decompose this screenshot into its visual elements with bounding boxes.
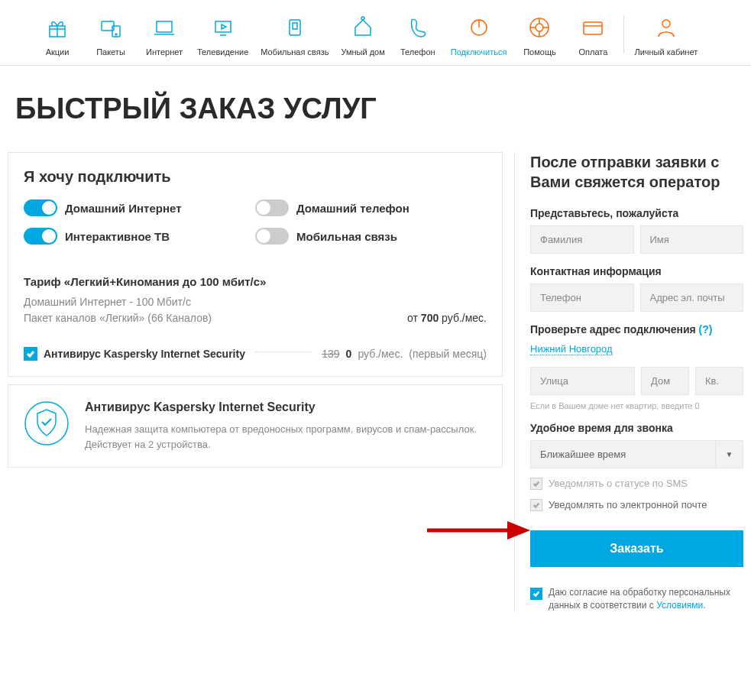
addr-hint: Если в Вашем доме нет квартир, введите 0	[530, 401, 743, 410]
phone-input[interactable]	[530, 284, 634, 312]
toggle-label: Мобильная связь	[296, 230, 397, 243]
nav-item-laptop[interactable]: Интернет	[138, 15, 191, 57]
toggle-label: Домашний Интернет	[65, 202, 182, 215]
addon-note: (первый месяц)	[409, 348, 487, 360]
nav-item-devices[interactable]: Пакеты	[84, 15, 138, 57]
apt-input[interactable]	[695, 367, 743, 395]
power-icon	[467, 15, 491, 40]
tarif-price: от 700 руб./мес.	[407, 312, 487, 324]
tv-icon	[211, 15, 235, 40]
city-link[interactable]: Нижний Новгород	[530, 343, 613, 355]
toggle-label: Интерактивное ТВ	[65, 230, 170, 243]
nav-item-card[interactable]: Оплата	[566, 15, 620, 57]
antivirus-card: Антивирус Kaspersky Internet Security На…	[8, 384, 503, 468]
connect-heading: Я хочу подключить	[24, 168, 487, 186]
addr-help-icon[interactable]: (?)	[699, 323, 713, 335]
addon-row: Антивирус Kaspersky Internet Security 13…	[24, 339, 487, 361]
consent-link[interactable]: Условиями	[656, 600, 703, 611]
nav-label: Акции	[46, 47, 70, 57]
time-label: Удобное время для звонка	[530, 422, 743, 434]
top-nav: АкцииПакетыИнтернетТелевидениеМобильная …	[0, 0, 751, 66]
consent-row: Даю согласие на обработку персональных д…	[530, 586, 743, 612]
toggle-item-0: Домашний Интернет	[24, 199, 255, 216]
contact-label: Контактная информация	[530, 265, 743, 277]
nav-label: Интернет	[146, 47, 183, 57]
svg-rect-8	[215, 21, 231, 32]
connect-card: Я хочу подключить Домашний ИнтернетДомаш…	[8, 152, 503, 377]
tarif-line: Домашний Интернет - 100 Мбит/с	[24, 296, 487, 308]
addon-name: Антивирус Kaspersky Internet Security	[44, 348, 245, 360]
av-title: Антивирус Kaspersky Internet Security	[85, 400, 487, 414]
user-icon	[654, 15, 678, 40]
devices-icon	[99, 15, 123, 40]
toggle-item-2: Интерактивное ТВ	[24, 228, 255, 245]
addr-label: Проверьте адрес подключения (?)	[530, 323, 743, 335]
svg-rect-22	[584, 22, 602, 34]
notify-email-row[interactable]: Уведомлять по электронной почте	[530, 499, 743, 511]
svg-point-13	[361, 17, 364, 20]
nav-item-power[interactable]: Подключиться	[445, 15, 513, 57]
nav-label: Мобильная связь	[261, 47, 329, 57]
nav-item-gift[interactable]: Акции	[31, 15, 84, 57]
chevron-down-icon: ▼	[715, 441, 743, 468]
order-button[interactable]: Заказать	[530, 530, 743, 567]
nav-item-tv[interactable]: Телевидение	[191, 15, 254, 57]
lifebuoy-icon	[527, 15, 552, 40]
addon-old-price: 139	[322, 348, 339, 360]
svg-point-17	[536, 24, 543, 31]
svg-point-24	[662, 20, 670, 28]
nav-label: Телефон	[400, 47, 435, 57]
nav-item-phone[interactable]: Телефон	[391, 15, 445, 57]
consent-checkbox[interactable]	[530, 588, 542, 600]
nav-label: Умный дом	[341, 47, 384, 57]
svg-rect-11	[290, 20, 300, 35]
form-heading: После отправки заявки с Вами свяжется оп…	[530, 152, 743, 192]
svg-rect-12	[293, 23, 297, 29]
nav-label: Пакеты	[96, 47, 125, 57]
surname-input[interactable]	[530, 225, 634, 254]
gift-icon	[45, 15, 70, 40]
svg-point-5	[115, 34, 117, 35]
toggle-label: Домашний телефон	[296, 202, 409, 215]
tarif-title: Тариф «Легкий+Киномания до 100 мбит/с»	[24, 275, 487, 288]
nav-item-user[interactable]: Личный кабинет	[628, 15, 704, 57]
home-icon	[351, 15, 375, 40]
card-icon	[581, 15, 605, 40]
addon-new-price: 0	[346, 348, 352, 360]
order-form: После отправки заявки с Вами свяжется оп…	[514, 152, 743, 612]
svg-marker-27	[507, 521, 530, 540]
phone-icon	[406, 15, 430, 40]
laptop-icon	[152, 15, 176, 40]
notify-email-checkbox[interactable]	[530, 499, 542, 511]
av-desc: Надежная защита компьютера от вредоносны…	[85, 422, 487, 452]
notify-sms-checkbox[interactable]	[530, 478, 542, 490]
toggle-switch[interactable]	[24, 228, 57, 245]
svg-rect-6	[157, 21, 172, 32]
name-label: Представьтесь, пожалуйста	[530, 207, 743, 219]
toggle-item-3: Мобильная связь	[255, 228, 487, 245]
house-input[interactable]	[641, 367, 689, 395]
nav-label: Оплата	[579, 47, 608, 57]
toggle-switch[interactable]	[255, 199, 289, 216]
nav-label: Личный кабинет	[634, 47, 698, 57]
svg-marker-9	[222, 24, 226, 29]
nav-item-home[interactable]: Умный дом	[335, 15, 390, 57]
firstname-input[interactable]	[640, 225, 744, 254]
nav-item-lifebuoy[interactable]: Помощь	[513, 15, 566, 57]
toggle-switch[interactable]	[24, 199, 57, 216]
street-input[interactable]	[530, 367, 635, 395]
nav-label: Подключиться	[451, 47, 507, 57]
toggle-switch[interactable]	[255, 228, 289, 245]
sim-icon	[283, 15, 307, 40]
nav-item-sim[interactable]: Мобильная связь	[254, 15, 335, 57]
nav-label: Помощь	[523, 47, 556, 57]
time-select[interactable]: Ближайшее время ▼	[530, 440, 743, 468]
addon-checkbox[interactable]	[24, 347, 37, 361]
notify-sms-row[interactable]: Уведомлять о статусе по SMS	[530, 478, 743, 490]
page-title: БЫСТРЫЙ ЗАКАЗ УСЛУГ	[0, 66, 751, 152]
toggle-item-1: Домашний телефон	[255, 199, 487, 216]
tarif-line: Пакет каналов «Легкий» (66 Каналов)	[24, 312, 212, 324]
arrow-annotation	[423, 519, 530, 542]
shield-icon	[24, 400, 70, 446]
email-input[interactable]	[640, 284, 744, 312]
